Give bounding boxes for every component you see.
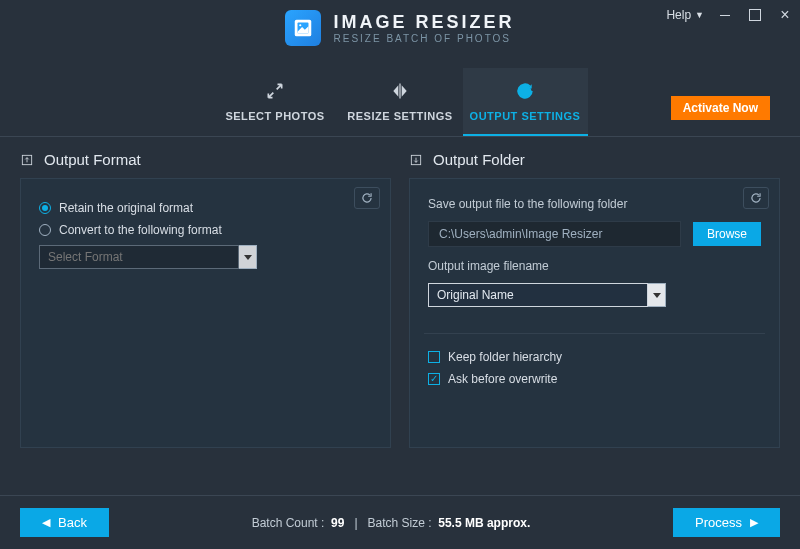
format-card: Retain the original format Convert to th… [20,178,391,448]
radio-label: Retain the original format [59,201,193,215]
import-icon [409,153,423,167]
back-button[interactable]: ◀ Back [20,508,109,537]
reset-folder-button[interactable] [743,187,769,209]
output-path-input[interactable] [428,221,681,247]
help-label: Help [666,8,691,22]
divider [424,333,765,334]
format-select-input[interactable] [39,245,239,269]
filename-select[interactable] [428,283,761,307]
dropdown-button[interactable] [648,283,666,307]
browse-button[interactable]: Browse [693,222,761,246]
help-menu[interactable]: Help ▼ [666,8,704,22]
main-content: Output Format Retain the original format… [0,137,800,448]
batch-count-label: Batch Count : [252,516,325,530]
close-button[interactable]: × [776,6,794,24]
chevron-right-icon: ▶ [750,516,758,529]
filename-select-input[interactable] [428,283,648,307]
chevron-left-icon: ◀ [42,516,50,529]
radio-indicator-icon [39,202,51,214]
expand-icon [265,80,285,102]
batch-size-value: 55.5 MB approx. [438,516,530,530]
panel-title: Output Folder [433,151,525,168]
app-logo-icon [285,10,321,46]
checkbox-label: Keep folder hierarchy [448,350,562,364]
flip-icon [390,80,410,102]
button-label: Process [695,515,742,530]
panel-heading: Output Format [20,151,391,178]
svg-point-2 [300,24,302,26]
dropdown-button[interactable] [239,245,257,269]
radio-label: Convert to the following format [59,223,222,237]
process-button[interactable]: Process ▶ [673,508,780,537]
tab-label: RESIZE SETTINGS [347,110,452,122]
checkbox-ask-overwrite[interactable]: Ask before overwrite [428,372,761,386]
status-bar: Batch Count : 99 | Batch Size : 55.5 MB … [109,516,673,530]
refresh-icon [515,80,535,102]
tab-select-photos[interactable]: SELECT PHOTOS [213,68,338,136]
tabs: SELECT PHOTOS RESIZE SETTINGS OUTPUT SET… [0,68,800,137]
footer: ◀ Back Batch Count : 99 | Batch Size : 5… [0,495,800,549]
output-format-panel: Output Format Retain the original format… [20,151,391,448]
batch-count-value: 99 [331,516,344,530]
button-label: Back [58,515,87,530]
tab-output-settings[interactable]: OUTPUT SETTINGS [463,68,588,136]
tab-label: SELECT PHOTOS [225,110,324,122]
checkbox-keep-hierarchy[interactable]: Keep folder hierarchy [428,350,761,364]
activate-button[interactable]: Activate Now [671,96,770,120]
app-subtitle: RESIZE BATCH OF PHOTOS [333,33,514,44]
checkbox-icon [428,351,440,363]
folder-card: Save output file to the following folder… [409,178,780,448]
radio-retain-format[interactable]: Retain the original format [39,201,372,215]
output-folder-panel: Output Folder Save output file to the fo… [409,151,780,448]
maximize-button[interactable] [746,6,764,24]
format-select[interactable] [39,245,372,269]
tab-resize-settings[interactable]: RESIZE SETTINGS [338,68,463,136]
minimize-button[interactable] [716,6,734,24]
batch-size-label: Batch Size : [368,516,432,530]
chevron-down-icon: ▼ [695,10,704,20]
filename-label: Output image filename [428,259,761,273]
tab-label: OUTPUT SETTINGS [470,110,581,122]
panel-heading: Output Folder [409,151,780,178]
radio-convert-format[interactable]: Convert to the following format [39,223,372,237]
checkbox-label: Ask before overwrite [448,372,557,386]
app-title: IMAGE RESIZER [333,12,514,33]
export-icon [20,153,34,167]
reset-format-button[interactable] [354,187,380,209]
panel-title: Output Format [44,151,141,168]
radio-indicator-icon [39,224,51,236]
checkbox-icon [428,373,440,385]
save-location-label: Save output file to the following folder [428,197,761,211]
